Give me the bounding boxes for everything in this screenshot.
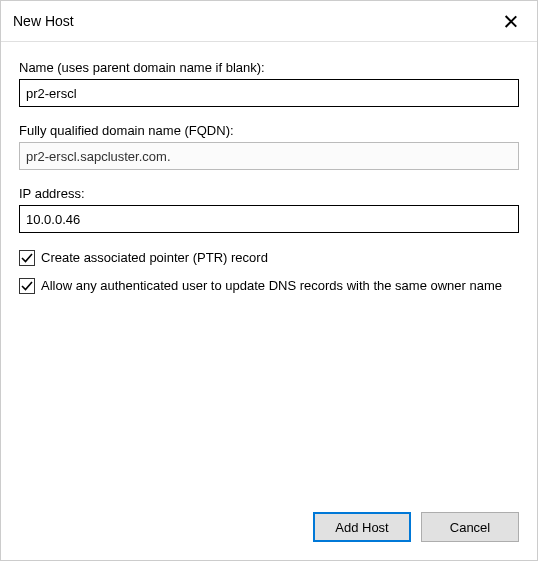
close-button[interactable] (495, 9, 527, 33)
ip-label: IP address: (19, 186, 519, 201)
dialog-title: New Host (13, 13, 74, 29)
titlebar: New Host (1, 1, 537, 42)
ip-input[interactable] (19, 205, 519, 233)
name-input[interactable] (19, 79, 519, 107)
allow-update-checkbox-label[interactable]: Allow any authenticated user to update D… (41, 277, 502, 295)
dialog-content: Name (uses parent domain name if blank):… (1, 42, 537, 498)
ptr-checkbox-label[interactable]: Create associated pointer (PTR) record (41, 249, 268, 267)
add-host-button[interactable]: Add Host (313, 512, 411, 542)
name-label: Name (uses parent domain name if blank): (19, 60, 519, 75)
ptr-checkbox-row: Create associated pointer (PTR) record (19, 249, 519, 267)
check-icon (21, 252, 33, 264)
name-field-group: Name (uses parent domain name if blank): (19, 60, 519, 107)
fqdn-label: Fully qualified domain name (FQDN): (19, 123, 519, 138)
button-row: Add Host Cancel (1, 498, 537, 560)
allow-update-checkbox[interactable] (19, 278, 35, 294)
ip-field-group: IP address: (19, 186, 519, 233)
ptr-checkbox[interactable] (19, 250, 35, 266)
fqdn-field-group: Fully qualified domain name (FQDN): pr2-… (19, 123, 519, 170)
new-host-dialog: New Host Name (uses parent domain name i… (0, 0, 538, 561)
spacer (19, 304, 519, 498)
allow-update-checkbox-row: Allow any authenticated user to update D… (19, 277, 519, 295)
cancel-button[interactable]: Cancel (421, 512, 519, 542)
fqdn-display: pr2-erscl.sapcluster.com. (19, 142, 519, 170)
close-icon (505, 15, 517, 27)
check-icon (21, 280, 33, 292)
